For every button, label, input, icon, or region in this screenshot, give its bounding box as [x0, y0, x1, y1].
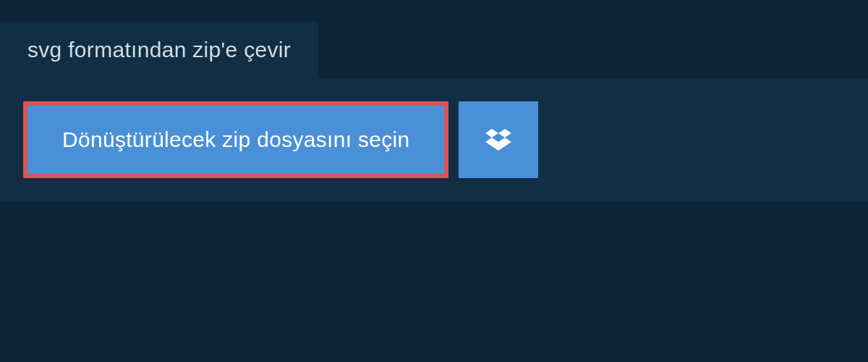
tab-svg-to-zip[interactable]: svg formatından zip'e çevir	[0, 22, 318, 78]
select-file-button[interactable]: Dönüştürülecek zip dosyasını seçin	[23, 101, 448, 178]
dropbox-icon	[485, 127, 511, 153]
select-file-button-label: Dönüştürülecek zip dosyasını seçin	[62, 127, 409, 152]
tab-label: svg formatından zip'e çevir	[27, 38, 291, 62]
upload-panel: Dönüştürülecek zip dosyasını seçin	[0, 78, 868, 201]
tab-bar: svg formatından zip'e çevir	[0, 22, 868, 78]
dropbox-button[interactable]	[459, 101, 538, 178]
